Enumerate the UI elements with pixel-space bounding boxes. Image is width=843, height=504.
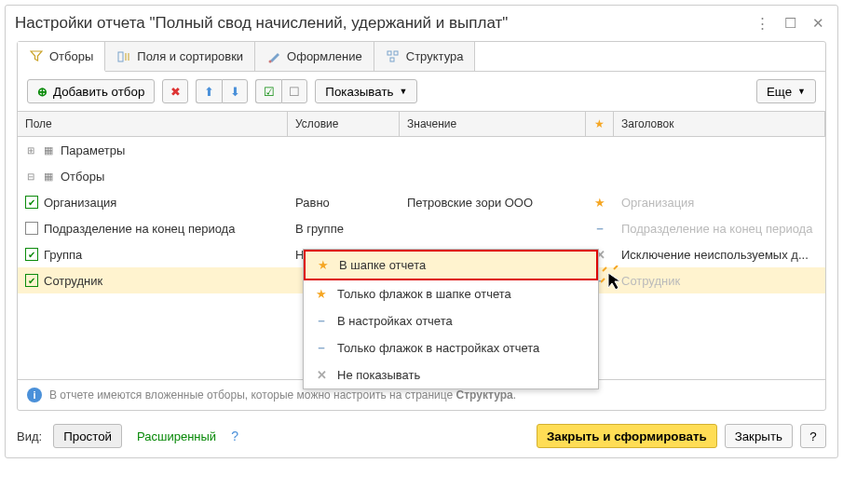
help-icon[interactable]: ? bbox=[231, 429, 238, 443]
menu-label: В шапке отчета bbox=[339, 258, 426, 272]
menu-item-flag-settings[interactable]: − Только флажок в настройках отчета bbox=[304, 334, 598, 361]
arrow-down-icon: ⬇ bbox=[230, 85, 240, 99]
add-filter-button[interactable]: ⊕ Добавить отбор bbox=[27, 79, 155, 103]
header-star[interactable]: ★ bbox=[586, 112, 614, 136]
maximize-icon[interactable]: ☐ bbox=[780, 13, 800, 34]
uncheck-all-button[interactable]: ☐ bbox=[281, 79, 307, 103]
structure-icon bbox=[386, 49, 401, 64]
row-field: Параметры bbox=[61, 143, 125, 157]
checkbox-icon[interactable]: ✔ bbox=[25, 248, 38, 261]
toolbar: ⊕ Добавить отбор ✖ ⬆ ⬇ ☑ ☐ Показывать ▼ … bbox=[18, 72, 825, 111]
svg-rect-2 bbox=[388, 51, 391, 55]
tab-label: Поля и сортировки bbox=[137, 49, 243, 63]
tab-label: Структура bbox=[406, 49, 464, 63]
move-up-button[interactable]: ⬆ bbox=[196, 79, 222, 103]
row-condition: В группе bbox=[288, 222, 400, 236]
plus-icon: ⊕ bbox=[37, 85, 48, 99]
minus-icon: − bbox=[315, 314, 328, 328]
minus-check-icon: − bbox=[315, 341, 328, 355]
row-title: Сотрудник bbox=[614, 274, 825, 288]
row-field: Группа bbox=[44, 248, 82, 262]
grid-header: Поле Условие Значение ★ Заголовок bbox=[18, 112, 825, 137]
footer: Вид: Простой Расширенный ? Закрыть и сфо… bbox=[6, 418, 837, 457]
delete-button[interactable]: ✖ bbox=[162, 79, 188, 103]
row-field: Организация bbox=[44, 196, 116, 210]
grid-group-row[interactable]: ⊞ ▦ Параметры bbox=[18, 137, 825, 163]
titlebar: Настройки отчета "Полный свод начислений… bbox=[6, 6, 837, 41]
star-icon: ★ bbox=[594, 117, 605, 130]
show-mode-dropdown: ★ В шапке отчета ★ Только флажок в шапке… bbox=[303, 249, 599, 389]
tab-structure[interactable]: Структура bbox=[374, 42, 476, 71]
row-title: Организация bbox=[614, 196, 825, 210]
question-icon: ? bbox=[809, 429, 816, 443]
check-all-icon: ☑ bbox=[264, 85, 275, 99]
group-icon: ▦ bbox=[42, 170, 55, 183]
menu-item-in-header[interactable]: ★ В шапке отчета bbox=[304, 250, 598, 280]
checkbox-icon[interactable]: ✔ bbox=[25, 274, 38, 287]
move-down-button[interactable]: ⬇ bbox=[222, 79, 248, 103]
button-label: Еще bbox=[767, 85, 792, 99]
star-check-icon: ★ bbox=[315, 287, 328, 301]
svg-point-1 bbox=[269, 60, 272, 62]
group-icon: ▦ bbox=[42, 143, 55, 157]
view-advanced-link[interactable]: Расширенный bbox=[129, 426, 224, 447]
star-icon: ★ bbox=[317, 258, 330, 272]
x-icon: ✕ bbox=[315, 368, 328, 382]
delete-icon: ✖ bbox=[170, 85, 181, 99]
view-simple-button[interactable]: Простой bbox=[53, 424, 122, 448]
header-condition[interactable]: Условие bbox=[288, 112, 400, 136]
tab-bar: Отборы Поля и сортировки Оформление Стру… bbox=[18, 42, 825, 72]
close-button[interactable]: Закрыть bbox=[725, 424, 793, 448]
header-title[interactable]: Заголовок bbox=[614, 112, 825, 136]
uncheck-all-icon: ☐ bbox=[289, 85, 300, 99]
minus-icon: − bbox=[596, 222, 604, 236]
menu-label: В настройках отчета bbox=[337, 314, 453, 328]
button-label: Добавить отбор bbox=[53, 85, 144, 99]
show-button[interactable]: Показывать ▼ bbox=[315, 79, 417, 103]
tab-fields-sorting[interactable]: Поля и сортировки bbox=[105, 42, 255, 71]
button-label: Показывать bbox=[325, 85, 393, 99]
svg-rect-4 bbox=[390, 58, 394, 61]
check-all-button[interactable]: ☑ bbox=[255, 79, 281, 103]
window-title: Настройки отчета "Полный свод начислений… bbox=[15, 14, 752, 33]
star-icon: ★ bbox=[594, 196, 605, 210]
funnel-icon bbox=[29, 48, 44, 63]
arrow-up-icon: ⬆ bbox=[204, 85, 214, 99]
brush-icon bbox=[266, 49, 281, 64]
row-title: Исключение неиспользуемых д... bbox=[614, 248, 825, 262]
menu-label: Только флажок в настройках отчета bbox=[337, 341, 539, 355]
header-value[interactable]: Значение bbox=[400, 112, 586, 136]
checkbox-icon[interactable]: ✔ bbox=[25, 196, 38, 209]
row-title: Подразделение на конец периода bbox=[614, 222, 825, 236]
chevron-down-icon: ▼ bbox=[399, 87, 407, 96]
info-icon: i bbox=[27, 388, 42, 402]
tab-appearance[interactable]: Оформление bbox=[255, 42, 374, 71]
row-field: Подразделение на конец периода bbox=[44, 222, 235, 236]
info-text: В отчете имеются вложенные отборы, котор… bbox=[49, 388, 516, 402]
help-button[interactable]: ? bbox=[800, 424, 826, 448]
filters-grid: Поле Условие Значение ★ Заголовок ⊞ ▦ Па… bbox=[18, 111, 825, 379]
header-field[interactable]: Поле bbox=[18, 112, 288, 136]
row-field: Сотрудник bbox=[44, 274, 102, 288]
expand-icon[interactable]: ⊞ bbox=[25, 145, 36, 156]
tab-label: Отборы bbox=[49, 49, 93, 63]
chevron-down-icon: ▼ bbox=[797, 87, 806, 96]
grid-row[interactable]: Подразделение на конец периода В группе … bbox=[18, 215, 825, 241]
row-value: Петровские зори ООО bbox=[400, 196, 586, 210]
grid-group-row[interactable]: ⊟ ▦ Отборы bbox=[18, 163, 825, 189]
row-condition: Равно bbox=[288, 196, 400, 210]
close-and-form-button[interactable]: Закрыть и сформировать bbox=[537, 424, 717, 448]
fields-icon bbox=[116, 49, 131, 64]
menu-item-in-settings[interactable]: − В настройках отчета bbox=[304, 307, 598, 334]
more-button[interactable]: Еще ▼ bbox=[756, 79, 816, 103]
kebab-menu-icon[interactable]: ⋮ bbox=[752, 13, 772, 34]
menu-item-flag-header[interactable]: ★ Только флажок в шапке отчета bbox=[304, 280, 598, 307]
checkbox-icon[interactable] bbox=[25, 222, 38, 235]
row-field: Отборы bbox=[61, 170, 104, 184]
menu-label: Только флажок в шапке отчета bbox=[337, 287, 511, 301]
collapse-icon[interactable]: ⊟ bbox=[25, 171, 36, 182]
menu-item-hide[interactable]: ✕ Не показывать bbox=[304, 361, 598, 388]
close-icon[interactable]: ✕ bbox=[808, 13, 828, 34]
grid-row[interactable]: ✔ Организация Равно Петровские зори ООО … bbox=[18, 189, 825, 215]
tab-filters[interactable]: Отборы bbox=[18, 42, 105, 72]
